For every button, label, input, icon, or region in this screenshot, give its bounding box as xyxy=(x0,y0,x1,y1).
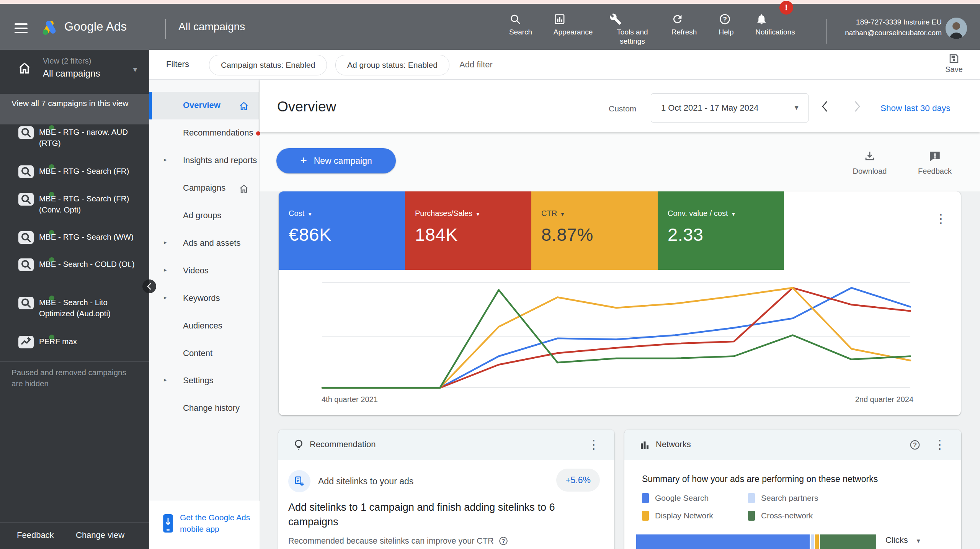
date-range-picker[interactable]: 1 Oct 2021 - 17 May 2024 ▼ xyxy=(651,93,808,123)
bar-segment-cross-network[interactable] xyxy=(820,534,876,549)
view-all-campaigns-link[interactable]: View all 7 campaigns in this view xyxy=(0,94,149,124)
search-campaign-icon xyxy=(18,126,34,139)
download-button[interactable]: Download xyxy=(847,150,893,176)
nav-item-content[interactable]: Content xyxy=(149,340,260,368)
nav-item-label: Change history xyxy=(183,403,240,413)
metric-tile-ctr[interactable]: CTR▼8.87% xyxy=(531,191,658,270)
help-icon[interactable]: ? xyxy=(909,439,921,451)
save-button[interactable]: Save xyxy=(939,53,969,74)
chevron-down-icon: ▼ xyxy=(916,538,921,544)
card-menu-icon[interactable]: ⋮ xyxy=(934,439,946,450)
nav-item-overview[interactable]: Overview xyxy=(149,92,260,119)
expand-arrow-icon[interactable]: ▸ xyxy=(164,156,167,163)
search-button[interactable]: Search xyxy=(509,13,532,37)
bar-chart-icon xyxy=(639,439,650,451)
expand-arrow-icon[interactable]: ▸ xyxy=(164,239,167,246)
view-selector[interactable]: View (2 filters) All campaigns ▼ xyxy=(0,50,149,94)
metric-label: CTR xyxy=(541,209,557,217)
nav-item-label: Insights and reports xyxy=(183,155,257,165)
nav-item-recommendations[interactable]: Recommendations xyxy=(149,119,260,147)
nav-item-audiences[interactable]: Audiences xyxy=(149,312,260,340)
feedback-button[interactable]: Feedback xyxy=(912,150,958,176)
plus-icon: + xyxy=(300,154,307,167)
campaign-name: MBE - RTG - narow. AUD (RTG) xyxy=(39,126,143,149)
mobile-phone-icon xyxy=(162,513,175,533)
nav-item-label: Overview xyxy=(183,100,220,110)
account-info[interactable]: 189-727-3339 Instruire EU nathan@coursei… xyxy=(845,17,942,38)
expand-arrow-icon[interactable]: ▸ xyxy=(164,266,167,273)
notification-badge: ! xyxy=(779,1,793,15)
bell-icon xyxy=(755,13,768,25)
bar-segment-google-search[interactable] xyxy=(636,534,810,549)
nav-item-change-history[interactable]: Change history xyxy=(149,395,260,422)
bar-segment-display-network[interactable] xyxy=(815,534,819,549)
nav-item-ads-and-assets[interactable]: ▸Ads and assets xyxy=(149,230,260,257)
chevron-left-icon xyxy=(146,282,153,291)
metric-value: 2.33 xyxy=(668,224,784,245)
top-app-bar: Google Ads All campaigns Search Appearan… xyxy=(0,4,980,50)
legend-swatch xyxy=(642,511,649,521)
avatar[interactable] xyxy=(946,18,967,39)
campaign-name: MBE - RTG - Search (WW) xyxy=(39,231,143,242)
nav-item-label: Content xyxy=(183,348,212,358)
appearance-button[interactable]: Appearance xyxy=(554,13,593,37)
metric-selector[interactable]: Clicks ▼ xyxy=(885,535,939,549)
sidebar-divider xyxy=(0,361,149,362)
help-icon[interactable]: ? xyxy=(498,536,508,546)
product-name: Google Ads xyxy=(64,20,127,34)
chevron-down-icon: ▼ xyxy=(475,211,480,217)
networks-stacked-bar xyxy=(636,534,877,549)
tools-settings-button[interactable]: Tools and settings xyxy=(609,13,655,46)
home-icon xyxy=(17,60,32,76)
svg-text:?: ? xyxy=(501,538,505,544)
nav-item-campaigns[interactable]: Campaigns xyxy=(149,175,260,202)
metric-tile-purchases-sales[interactable]: Purchases/Sales▼184K xyxy=(405,191,531,270)
nav-item-label: Settings xyxy=(183,376,214,386)
nav-item-videos[interactable]: ▸Videos xyxy=(149,257,260,285)
topbar-divider xyxy=(165,19,166,39)
recommendation-title[interactable]: Add sitelinks to your ads xyxy=(318,476,413,487)
metric-tile-conv-value-cost[interactable]: Conv. value / cost▼2.33 xyxy=(658,191,784,270)
view-name: All campaigns xyxy=(43,68,100,79)
section-nav: OverviewRecommendations▸Insights and rep… xyxy=(149,80,260,549)
notifications-button[interactable]: Notifications xyxy=(755,13,795,37)
recommendation-heading[interactable]: Add sitelinks to 1 campaign and finish a… xyxy=(288,500,605,529)
next-period-button[interactable] xyxy=(852,100,862,113)
bar-segment-search-partners[interactable] xyxy=(811,534,814,549)
filter-chip-campaign-status[interactable]: Campaign status: Enabled xyxy=(209,55,327,75)
nav-item-insights-and-reports[interactable]: ▸Insights and reports xyxy=(149,147,260,175)
nav-item-settings[interactable]: ▸Settings xyxy=(149,367,260,395)
show-last-30-days-link[interactable]: Show last 30 days xyxy=(880,103,951,113)
expand-arrow-icon[interactable]: ▸ xyxy=(164,294,167,301)
refresh-button[interactable]: Refresh xyxy=(671,13,697,37)
add-filter-button[interactable]: Add filter xyxy=(459,60,493,70)
metric-tile-cost[interactable]: Cost▼€86K xyxy=(279,191,405,270)
previous-period-button[interactable] xyxy=(820,100,830,113)
google-ads-app: Google Ads All campaigns Search Appearan… xyxy=(0,0,980,549)
change-view-button[interactable]: Change view xyxy=(76,530,124,540)
collapse-sidebar-handle[interactable] xyxy=(142,279,156,293)
nav-item-label: Videos xyxy=(183,266,209,276)
mobile-app-link[interactable]: Get the Google Ads mobile app xyxy=(149,501,260,549)
nav-item-label: Recommendations xyxy=(183,128,260,138)
help-button[interactable]: ? Help xyxy=(719,13,733,37)
search-campaign-icon xyxy=(18,258,34,271)
card-menu-icon[interactable]: ⋮ xyxy=(588,439,600,450)
metric-label: Conv. value / cost xyxy=(668,209,728,217)
menu-icon[interactable] xyxy=(15,21,28,32)
nav-item-ad-groups[interactable]: Ad groups xyxy=(149,202,260,230)
date-range-type: Custom xyxy=(609,104,636,113)
metric-value: 8.87% xyxy=(541,224,658,245)
feedback-button[interactable]: Feedback xyxy=(17,530,54,540)
chevron-down-icon: ▼ xyxy=(793,104,800,112)
filter-chip-adgroup-status[interactable]: Ad group status: Enabled xyxy=(335,55,449,75)
nav-item-label: Ads and assets xyxy=(183,238,240,248)
svg-text:?: ? xyxy=(913,441,917,448)
performance-line-chart[interactable] xyxy=(318,279,915,394)
card-menu-icon[interactable]: ⋮ xyxy=(935,213,947,224)
expand-arrow-icon[interactable]: ▸ xyxy=(164,376,167,383)
nav-item-keywords[interactable]: ▸Keywords xyxy=(149,285,260,312)
campaign-sidebar: View (2 filters) All campaigns ▼ View al… xyxy=(0,50,149,549)
new-campaign-button[interactable]: + New campaign xyxy=(276,148,396,173)
page-title: Overview xyxy=(277,99,336,115)
